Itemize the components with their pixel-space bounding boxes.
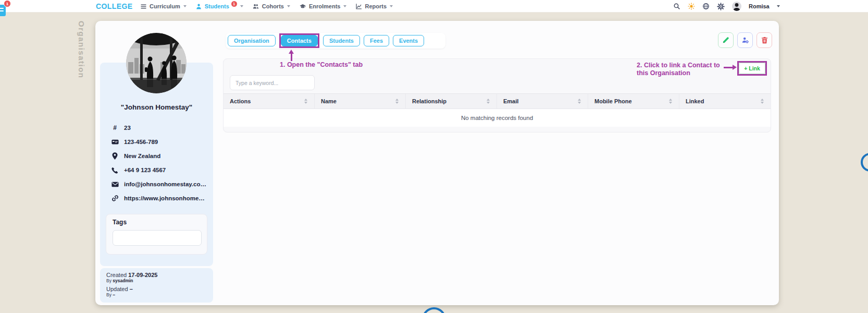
- menu-item-cohorts[interactable]: Cohorts: [252, 3, 290, 10]
- link-icon: [111, 195, 119, 202]
- person-icon: [195, 3, 202, 10]
- tab-students[interactable]: Students: [323, 35, 360, 46]
- chevron-down-icon: [183, 5, 187, 7]
- chevron-down-icon: [343, 5, 346, 7]
- detail-row-id: # 23: [111, 124, 206, 132]
- menu-label: Cohorts: [262, 3, 284, 9]
- detail-row-country: New Zealand: [111, 152, 206, 160]
- tags-label: Tags: [113, 219, 127, 226]
- detail-row-website: https://www.johnsonhome…: [111, 194, 206, 202]
- hamburger-icon: [140, 3, 147, 10]
- annotation-arrow-up-line: [291, 54, 292, 61]
- sort-icon[interactable]: [395, 99, 399, 104]
- updated-by: –: [113, 292, 115, 297]
- floating-button-bottom[interactable]: [422, 307, 446, 313]
- organisation-website[interactable]: https://www.johnsonhome…: [124, 195, 205, 201]
- organisation-details: # 23 123-456-789 New Zealand: [111, 124, 206, 202]
- updated-line: Updated –: [106, 286, 207, 292]
- phone-icon: [111, 167, 119, 174]
- pencil-icon: [722, 37, 729, 44]
- annotation-step1: 1. Open the "Contacts" tab: [280, 61, 363, 68]
- search-icon[interactable]: [673, 3, 680, 10]
- id-card-icon: [111, 139, 119, 145]
- sun-icon[interactable]: [688, 3, 695, 10]
- menu-item-reports[interactable]: Reports: [355, 3, 393, 10]
- link-contact-button[interactable]: + Link: [739, 63, 765, 74]
- organisation-email[interactable]: info@johnsonhomestay.co…: [124, 181, 206, 187]
- main-menu: Curriculum Students 1 Cohorts: [140, 0, 393, 13]
- sort-icon[interactable]: [304, 99, 308, 104]
- chart-icon: [355, 3, 362, 10]
- tags-card: Tags: [106, 214, 207, 255]
- column-header-relationship[interactable]: Relationship: [406, 94, 497, 109]
- chevron-down-icon: [390, 5, 393, 7]
- annotation-arrow-right-line: [724, 67, 733, 68]
- user-avatar[interactable]: [732, 2, 741, 11]
- created-line: Created 17-09-2025: [106, 272, 207, 278]
- chevron-down-icon: [240, 5, 243, 7]
- navbar-right-cluster: Romisa: [673, 0, 780, 13]
- map-pin-icon: [111, 152, 119, 160]
- gear-icon[interactable]: [717, 3, 725, 10]
- audit-panel: Created 17-09-2025 By sysadmin Updated –…: [100, 268, 213, 303]
- sort-icon[interactable]: [578, 99, 581, 104]
- sort-icon[interactable]: [487, 99, 490, 104]
- organisation-name: "Johnson Homestay": [100, 103, 213, 111]
- page-title-vertical: Organisation: [77, 21, 86, 79]
- menu-item-curriculum[interactable]: Curriculum: [140, 3, 187, 10]
- column-header-mobile-phone[interactable]: Mobile Phone: [588, 94, 679, 109]
- menu-label: Enrolments: [309, 3, 341, 9]
- edit-button[interactable]: [718, 32, 734, 48]
- organisation-country: New Zealand: [124, 153, 160, 159]
- tab-bar: Organisation Contacts Students Fees Even…: [226, 33, 445, 49]
- tags-input[interactable]: [113, 230, 202, 246]
- annotation-box-link-button: + Link: [737, 61, 767, 76]
- notification-badge: 1: [231, 1, 237, 7]
- search-input[interactable]: [230, 75, 315, 90]
- trash-icon: [761, 37, 768, 44]
- annotation-arrow-up: [289, 50, 294, 54]
- organisation-photo: [126, 33, 187, 93]
- annotation-arrow-right: [733, 65, 737, 70]
- tab-organisation[interactable]: Organisation: [228, 35, 276, 46]
- tab-contacts[interactable]: Contacts: [281, 35, 318, 46]
- column-header-linked[interactable]: Linked: [679, 94, 771, 109]
- sort-icon[interactable]: [669, 99, 673, 104]
- globe-icon[interactable]: [702, 3, 710, 10]
- tab-events[interactable]: Events: [393, 35, 424, 46]
- sort-icon[interactable]: [761, 99, 764, 104]
- graduation-cap-icon: [299, 3, 306, 10]
- detail-row-phone: +64 9 123 4567: [111, 166, 206, 174]
- column-header-name[interactable]: Name: [315, 94, 406, 109]
- chevron-down-icon: [777, 5, 780, 7]
- column-header-actions[interactable]: Actions: [224, 94, 315, 109]
- created-by-line: By sysadmin: [106, 278, 207, 283]
- annotation-box-contacts-tab: Contacts: [279, 33, 319, 48]
- people-icon: [252, 3, 259, 10]
- organisation-card: "Johnson Homestay" # 23 123-456-789 N: [95, 21, 779, 305]
- annotation-step2: 2. Click to link a Contact to this Organ…: [637, 62, 726, 77]
- column-header-email[interactable]: Email: [497, 94, 588, 109]
- tab-fees[interactable]: Fees: [364, 35, 389, 46]
- record-actions: [718, 32, 772, 48]
- table-header-row: Actions Name Relationship Email Mobile P…: [224, 93, 771, 109]
- organisation-phone: +64 9 123 4567: [124, 167, 166, 173]
- user-name[interactable]: Romisa: [749, 3, 770, 9]
- manage-users-button[interactable]: [737, 32, 753, 48]
- menu-item-students[interactable]: Students 1: [195, 3, 243, 10]
- envelope-icon: [111, 182, 119, 187]
- menu-item-enrolments[interactable]: Enrolments: [299, 3, 347, 10]
- delete-button[interactable]: [757, 32, 772, 48]
- chevron-down-icon: [287, 5, 290, 7]
- detail-row-email: info@johnsonhomestay.co…: [111, 180, 206, 188]
- app-logo[interactable]: COLLEGE: [96, 0, 132, 13]
- widget-notification-badge: 1: [4, 0, 11, 7]
- person-gear-icon: [741, 37, 749, 44]
- floating-button-right[interactable]: [861, 153, 868, 172]
- updated-date: –: [130, 286, 133, 292]
- organisation-registration: 123-456-789: [124, 139, 158, 145]
- empty-table-message: No matching records found: [224, 109, 771, 127]
- created-date: 17-09-2025: [128, 272, 157, 278]
- page: COLLEGE Curriculum Students 1: [0, 0, 868, 313]
- created-by: sysadmin: [113, 278, 133, 283]
